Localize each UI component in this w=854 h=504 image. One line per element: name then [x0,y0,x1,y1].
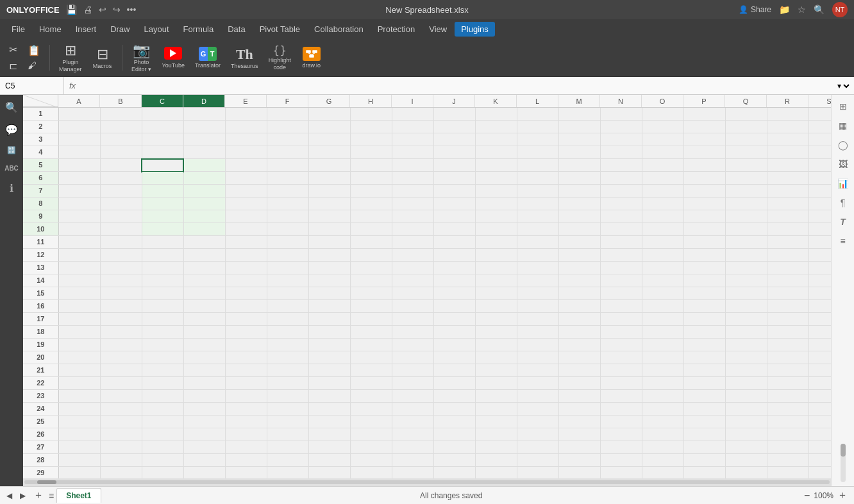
cell-C10[interactable] [142,223,183,236]
cell-G3[interactable] [308,133,350,146]
col-header-F[interactable]: F [267,95,308,107]
cell-D7[interactable] [183,185,225,197]
cell-F25[interactable] [267,416,308,428]
menu-item-file[interactable]: File [5,22,31,37]
menu-item-collaboration[interactable]: Collaboration [308,22,370,37]
cell-C29[interactable] [142,467,183,479]
cell-A16[interactable] [58,300,100,313]
left-search-icon[interactable]: 🔍 [3,99,21,116]
cell-G18[interactable] [308,326,350,339]
vertical-scroll-indicator[interactable] [841,444,846,482]
cell-K5[interactable] [475,159,517,172]
cell-I22[interactable] [392,377,433,390]
cell-J6[interactable] [433,172,475,185]
cell-S7[interactable] [808,185,831,197]
cell-E28[interactable] [225,454,267,467]
cell-S15[interactable] [808,287,831,300]
cell-B18[interactable] [100,326,142,339]
row-num-5[interactable]: 5 [23,159,58,172]
cell-B29[interactable] [100,467,142,479]
cell-M28[interactable] [558,454,600,467]
cell-H26[interactable] [350,428,392,441]
cell-F15[interactable] [267,287,308,300]
cell-R22[interactable] [767,377,808,390]
cell-P25[interactable] [683,416,725,428]
cell-E4[interactable] [225,146,267,159]
cell-K23[interactable] [475,390,517,403]
cell-Q19[interactable] [725,339,767,351]
cell-P3[interactable] [683,133,725,146]
cell-K7[interactable] [475,185,517,197]
cell-J1[interactable] [433,108,475,121]
cell-M17[interactable] [558,313,600,326]
cell-K2[interactable] [475,121,517,133]
cell-M22[interactable] [558,377,600,390]
cut-button[interactable]: ✂ [5,42,21,57]
cell-B16[interactable] [100,300,142,313]
cell-P24[interactable] [683,403,725,416]
favorite-icon[interactable]: ☆ [798,4,806,15]
cell-E20[interactable] [225,351,267,364]
cell-N25[interactable] [600,416,642,428]
cell-reference[interactable]: C5 [0,77,64,94]
cell-H7[interactable] [350,185,392,197]
cell-B23[interactable] [100,390,142,403]
cell-R17[interactable] [767,313,808,326]
cell-E27[interactable] [225,441,267,454]
cell-P21[interactable] [683,364,725,377]
cell-O17[interactable] [642,313,683,326]
cell-K25[interactable] [475,416,517,428]
cell-G28[interactable] [308,454,350,467]
cell-R20[interactable] [767,351,808,364]
row-num-23[interactable]: 23 [23,390,58,403]
cell-N27[interactable] [600,441,642,454]
row-num-16[interactable]: 16 [23,300,58,313]
row-num-2[interactable]: 2 [23,121,58,133]
col-header-R[interactable]: R [767,95,808,107]
cell-S23[interactable] [808,390,831,403]
cell-H8[interactable] [350,197,392,210]
cell-R24[interactable] [767,403,808,416]
menu-item-pivot[interactable]: Pivot Table [253,22,306,37]
cell-K12[interactable] [475,249,517,262]
cell-F7[interactable] [267,185,308,197]
cell-K19[interactable] [475,339,517,351]
cell-H19[interactable] [350,339,392,351]
cell-P23[interactable] [683,390,725,403]
row-num-10[interactable]: 10 [23,223,58,236]
col-header-M[interactable]: M [558,95,600,107]
cell-J3[interactable] [433,133,475,146]
cell-L28[interactable] [517,454,558,467]
cell-O14[interactable] [642,274,683,287]
col-header-N[interactable]: N [600,95,642,107]
cell-Q28[interactable] [725,454,767,467]
cell-D21[interactable] [183,364,225,377]
cell-Q20[interactable] [725,351,767,364]
cell-F17[interactable] [267,313,308,326]
cell-I16[interactable] [392,300,433,313]
cell-K10[interactable] [475,223,517,236]
cell-S21[interactable] [808,364,831,377]
cell-A7[interactable] [58,185,100,197]
cell-L15[interactable] [517,287,558,300]
cell-M16[interactable] [558,300,600,313]
cell-A8[interactable] [58,197,100,210]
cell-L4[interactable] [517,146,558,159]
cell-G19[interactable] [308,339,350,351]
cell-I29[interactable] [392,467,433,479]
cell-P28[interactable] [683,454,725,467]
zoom-in-button[interactable]: ＋ [837,489,848,502]
cell-P16[interactable] [683,300,725,313]
cell-H12[interactable] [350,249,392,262]
cell-K3[interactable] [475,133,517,146]
cell-A9[interactable] [58,210,100,223]
cell-Q15[interactable] [725,287,767,300]
cell-I27[interactable] [392,441,433,454]
cell-N4[interactable] [600,146,642,159]
cell-R11[interactable] [767,236,808,249]
cell-Q16[interactable] [725,300,767,313]
cell-B1[interactable] [100,108,142,121]
cell-I9[interactable] [392,210,433,223]
cell-Q14[interactable] [725,274,767,287]
cell-C28[interactable] [142,454,183,467]
